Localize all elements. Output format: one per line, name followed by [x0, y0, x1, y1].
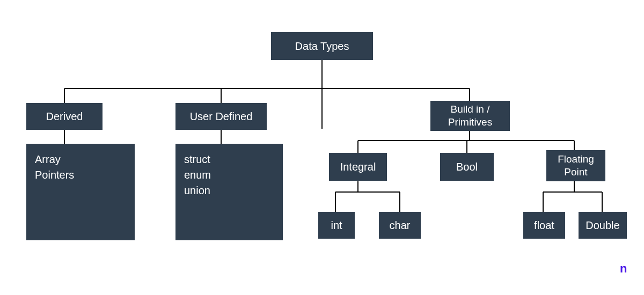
panel-user-defined: struct enum union	[175, 144, 283, 240]
node-root: Data Types	[271, 32, 373, 60]
node-char: char	[379, 212, 421, 239]
watermark-text: n	[620, 262, 627, 276]
userdef-item-0: struct	[184, 153, 274, 166]
userdef-item-1: enum	[184, 169, 274, 181]
node-int: int	[318, 212, 355, 239]
node-integral: Integral	[329, 153, 387, 181]
node-user-defined: User Defined	[175, 103, 267, 130]
derived-item-0: Array	[35, 153, 126, 166]
panel-derived: Array Pointers	[26, 144, 135, 240]
node-bool: Bool	[440, 153, 494, 181]
derived-item-1: Pointers	[35, 169, 126, 181]
node-floating: Floating Point	[546, 150, 605, 181]
node-builtin: Build in / Primitives	[430, 101, 510, 131]
userdef-item-2: union	[184, 185, 274, 197]
node-derived: Derived	[26, 103, 103, 130]
node-float: float	[523, 212, 565, 239]
node-double: Double	[579, 212, 627, 239]
